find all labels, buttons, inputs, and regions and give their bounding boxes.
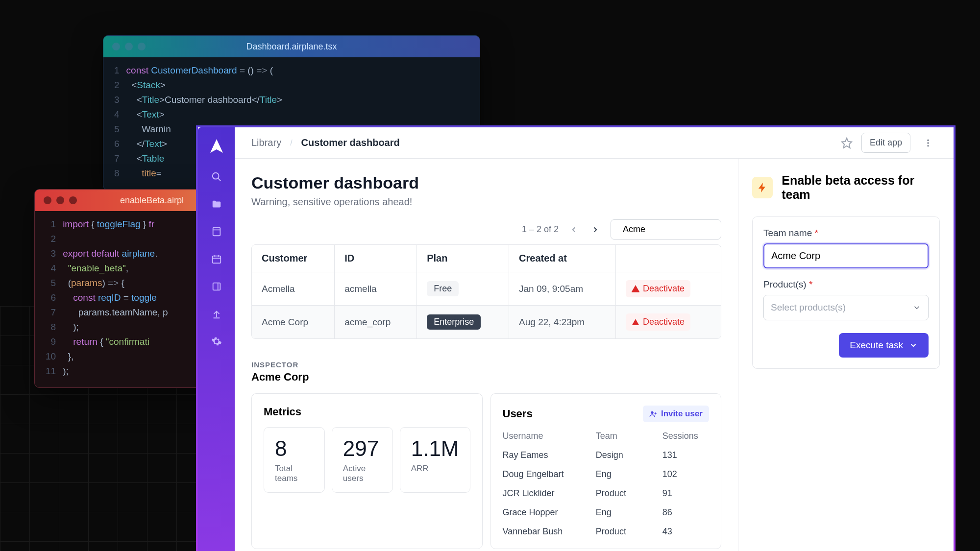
svg-point-12 [927, 142, 929, 144]
customers-table: Customer ID Plan Created at Acmella acme… [251, 244, 721, 339]
th-id[interactable]: ID [335, 245, 417, 272]
breadcrumb-library[interactable]: Library [251, 137, 281, 148]
table-row[interactable]: Acme Corp acme_corp Enterprise Aug 22, 4… [252, 306, 721, 338]
svg-point-0 [212, 173, 219, 179]
metrics-title: Metrics [264, 406, 470, 418]
filename: Dashboard.airplane.tsx [246, 42, 337, 52]
breadcrumb-separator: / [290, 139, 292, 147]
inspector-label: INSPECTOR [251, 360, 721, 369]
sidenav [198, 127, 235, 551]
upload-icon[interactable] [211, 309, 222, 319]
task-panel: Enable beta access for team Team name * … [738, 159, 954, 551]
search-input[interactable] [623, 224, 736, 235]
products-select[interactable]: Select products(s) [763, 295, 929, 320]
svg-rect-8 [213, 283, 220, 290]
chevron-down-icon [912, 303, 921, 312]
svg-marker-10 [842, 138, 852, 148]
th-plan[interactable]: Plan [417, 245, 509, 272]
metric-card: 297 Active users [332, 427, 393, 493]
book-icon[interactable] [211, 226, 222, 237]
metric-card: 8 Total teams [264, 427, 325, 493]
page-subtitle: Warning, sensitive operations ahead! [251, 196, 721, 208]
traffic-lights [112, 43, 146, 50]
favorite-icon[interactable] [841, 137, 853, 149]
warning-icon [632, 318, 639, 326]
settings-icon[interactable] [211, 336, 222, 347]
app-window: Library / Customer dashboard Edit app Cu… [196, 125, 956, 551]
deactivate-button[interactable]: Deactivate [626, 280, 690, 297]
users-title: Users [503, 407, 533, 420]
calendar-icon[interactable] [211, 254, 222, 264]
svg-point-11 [927, 139, 929, 141]
th-actions [616, 245, 721, 272]
th-created[interactable]: Created at [509, 245, 616, 272]
users-panel: Users Invite user Username Team Sessions [490, 393, 722, 549]
th-customer[interactable]: Customer [252, 245, 335, 272]
table-row[interactable]: Acmella acmella Free Jan 09, 9:05am Deac… [252, 272, 721, 306]
app-logo[interactable] [208, 138, 225, 155]
invite-icon [649, 410, 657, 418]
deactivate-button[interactable]: Deactivate [626, 313, 690, 331]
pagination-text: 1 – 2 of 2 [522, 224, 559, 235]
database-icon[interactable] [211, 281, 222, 292]
edit-app-button[interactable]: Edit app [861, 133, 910, 153]
svg-point-16 [651, 411, 653, 414]
invite-user-button[interactable]: Invite user [643, 406, 709, 422]
filename: enableBeta.airpl [120, 195, 184, 206]
chevron-down-icon [909, 341, 918, 350]
metrics-panel: Metrics 8 Total teams 297 Active users [251, 393, 483, 549]
warning-icon [632, 285, 639, 293]
products-label: Product(s) * [763, 279, 929, 290]
svg-rect-4 [212, 256, 220, 264]
users-table: Username Team Sessions Ray EamesDesign13… [503, 431, 710, 537]
page-title: Customer dashboard [251, 173, 721, 192]
svg-rect-2 [213, 228, 220, 236]
plan-badge: Free [427, 281, 459, 296]
svg-line-1 [218, 178, 220, 181]
table-search[interactable] [611, 219, 721, 240]
task-title: Enable beta access for team [782, 173, 940, 202]
code-content: import { toggleFlag } fr export default … [63, 217, 168, 379]
more-menu-icon[interactable] [919, 134, 937, 152]
search-icon[interactable] [211, 171, 222, 182]
code-titlebar: Dashboard.airplane.tsx [103, 36, 480, 57]
next-page-icon[interactable] [589, 223, 602, 236]
folder-icon[interactable] [211, 199, 222, 210]
bolt-icon [752, 177, 773, 198]
metric-card: 1.1M ARR [400, 427, 470, 493]
execute-task-button[interactable]: Execute task [839, 333, 929, 358]
team-name-input[interactable] [763, 243, 929, 268]
prev-page-icon[interactable] [567, 223, 580, 236]
inspector-name: Acme Corp [251, 371, 721, 383]
svg-point-13 [927, 145, 929, 146]
plan-badge: Enterprise [427, 314, 481, 330]
team-name-label: Team name * [763, 228, 929, 239]
traffic-lights [44, 196, 77, 204]
topbar: Library / Customer dashboard Edit app [235, 127, 954, 159]
breadcrumb-current: Customer dashboard [301, 137, 400, 148]
